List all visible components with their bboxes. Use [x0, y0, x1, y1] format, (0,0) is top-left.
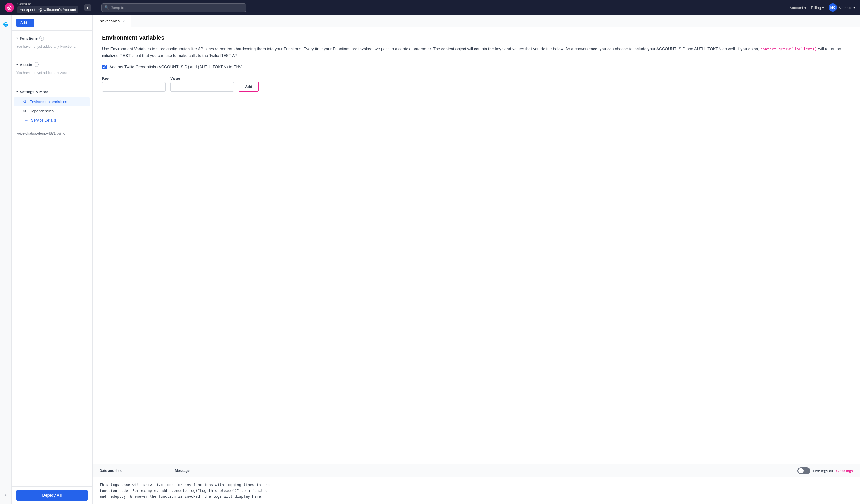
arrow-icon: →: [24, 118, 28, 122]
divider-1: [12, 56, 92, 56]
assets-section: ▾ Assets i You have not yet added any As…: [12, 57, 92, 81]
main-layout: 🌐 » Add + ▾ Functions i You have not yet…: [0, 15, 860, 504]
functions-empty: You have not yet added any Functions.: [12, 42, 92, 51]
assets-header[interactable]: ▾ Assets i: [12, 60, 92, 69]
value-label: Value: [170, 76, 234, 80]
sidebar-item-dependencies[interactable]: ⚙ Dependencies: [14, 106, 90, 116]
logs-content: This logs pane will show live logs for a…: [93, 477, 860, 504]
service-details-label: Service Details: [31, 118, 56, 122]
functions-chevron: ▾: [16, 36, 18, 40]
main-content: Env.variables ✕ Environment Variables Us…: [93, 15, 860, 504]
sidebar-item-service-details[interactable]: → Service Details: [14, 116, 90, 125]
log-line-3: and redeploy. Whenever the function is i…: [100, 493, 853, 499]
tab-label: Env.variables: [97, 19, 119, 23]
tabs-bar: Env.variables ✕: [93, 15, 860, 28]
log-line-2: function code. For example, add "console…: [100, 488, 853, 493]
content-description: Use Environment Variables to store confi…: [102, 46, 851, 59]
dependencies-label: Dependencies: [30, 109, 54, 113]
settings-section: ▾ Settings & More ⚙ Environment Variable…: [12, 83, 92, 129]
search-input[interactable]: [101, 3, 246, 12]
functions-label: Functions: [20, 36, 38, 41]
logs-toggle-area: Live logs off Clear logs: [798, 467, 853, 474]
live-logs-label: Live logs off: [813, 469, 833, 473]
deploy-all-button[interactable]: Deploy All: [16, 490, 88, 501]
content-area: Environment Variables Use Environment Va…: [93, 28, 860, 464]
gear-icon-env: ⚙: [23, 100, 27, 104]
divider-2: [12, 82, 92, 82]
search-container: 🔍: [101, 3, 779, 12]
search-icon: 🔍: [104, 5, 109, 10]
logs-date-col: Date and time: [100, 469, 175, 473]
key-label: Key: [102, 76, 166, 80]
avatar: MC: [829, 3, 837, 12]
gear-icon-deps: ⚙: [23, 109, 27, 113]
sidebar-bottom: Deploy All: [12, 486, 92, 504]
service-url: voice-chatgpt-demo-4871.twil.io: [12, 129, 92, 138]
functions-info-icon[interactable]: i: [39, 36, 44, 41]
value-input[interactable]: [170, 82, 234, 92]
tab-close-btn[interactable]: ✕: [122, 18, 127, 23]
logs-message-col: Message: [175, 469, 798, 473]
billing-menu[interactable]: Billing ▾: [811, 5, 825, 10]
sidebar-item-env-variables[interactable]: ⚙ Environment Variables: [14, 97, 90, 106]
user-menu[interactable]: MC Michael ▾: [829, 3, 855, 12]
settings-chevron: ▾: [16, 90, 18, 94]
twilio-logo: ◎: [5, 3, 14, 12]
credentials-checkbox-row: Add my Twilio Credentials (ACCOUNT_SID) …: [102, 64, 851, 69]
functions-header[interactable]: ▾ Functions i: [12, 34, 92, 42]
settings-label: Settings & More: [20, 90, 48, 94]
inline-code: context.getTwilioClient(): [760, 47, 817, 51]
sidebar-top: Add +: [12, 15, 92, 31]
toggle-slider: [798, 467, 810, 474]
tab-env-variables[interactable]: Env.variables ✕: [93, 15, 131, 27]
clear-logs-button[interactable]: Clear logs: [836, 469, 853, 473]
settings-header[interactable]: ▾ Settings & More: [12, 87, 92, 97]
key-group: Key: [102, 76, 166, 92]
value-group: Value: [170, 76, 234, 92]
live-logs-toggle[interactable]: [798, 467, 810, 474]
add-button[interactable]: Add +: [16, 18, 34, 27]
left-icon-bar: 🌐 »: [0, 15, 12, 504]
account-label[interactable]: mcarpenter@twilio.com's Account: [17, 6, 78, 13]
account-menu[interactable]: Account ▾: [790, 5, 806, 10]
expand-icon[interactable]: »: [1, 490, 11, 499]
log-line-1: This logs pane will show live logs for a…: [100, 482, 853, 488]
assets-info-icon[interactable]: i: [34, 62, 39, 67]
key-input[interactable]: [102, 82, 166, 92]
credentials-checkbox[interactable]: [102, 64, 106, 69]
desc-text-1: Use Environment Variables to store confi…: [102, 47, 759, 51]
logs-header: Date and time Message Live logs off Clea…: [93, 464, 860, 477]
env-variables-label: Environment Variables: [30, 100, 67, 104]
assets-label: Assets: [20, 62, 32, 67]
assets-empty: You have not yet added any Assets.: [12, 69, 92, 77]
globe-icon[interactable]: 🌐: [1, 20, 11, 29]
credentials-checkbox-label: Add my Twilio Credentials (ACCOUNT_SID) …: [110, 64, 242, 69]
console-label: Console: [17, 2, 78, 6]
top-navigation: ◎ Console mcarpenter@twilio.com's Accoun…: [0, 0, 860, 15]
assets-chevron: ▾: [16, 63, 18, 66]
sidebar: Add + ▾ Functions i You have not yet add…: [12, 15, 93, 504]
add-env-button[interactable]: Add: [239, 81, 259, 92]
page-title: Environment Variables: [102, 34, 851, 41]
topnav-right-actions: Account ▾ Billing ▾ MC Michael ▾: [790, 3, 855, 12]
logs-area: Date and time Message Live logs off Clea…: [93, 464, 860, 504]
account-dropdown-btn[interactable]: ▾: [84, 4, 91, 11]
functions-section: ▾ Functions i You have not yet added any…: [12, 31, 92, 55]
env-form-row: Key Value Add: [102, 76, 851, 92]
user-name: Michael: [838, 5, 851, 10]
